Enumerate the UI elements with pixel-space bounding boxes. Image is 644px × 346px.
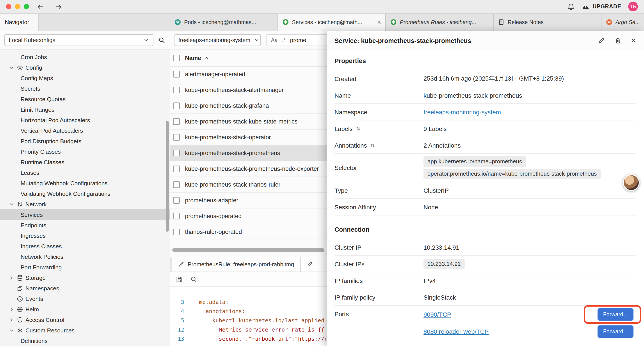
sidebar-item-ingress-classes[interactable]: Ingress Classes [0, 241, 170, 251]
tab-pods-icecheng-mathmas[interactable]: Pods - icecheng@mathmas... [170, 13, 278, 31]
sidebar-item-leases[interactable]: Leases [0, 167, 170, 178]
window-minimize-button[interactable] [15, 4, 20, 9]
drawer-row-labels: Labels9 Labels [334, 120, 636, 137]
chevron-right-icon[interactable] [9, 306, 14, 312]
drawer-row-ip-families: IP familiesIPv4 [334, 272, 636, 289]
sidebar-item-vertical-pod-autoscalers[interactable]: Vertical Pod Autoscalers [0, 125, 170, 136]
sidebar-item-validating-webhook-configurations[interactable]: Validating Webhook Configurations [0, 188, 170, 199]
sort-toggle-icon[interactable] [370, 143, 375, 148]
sort-toggle-icon[interactable] [356, 126, 361, 131]
database-icon [17, 274, 23, 281]
sidebar-scrollbar[interactable] [166, 121, 169, 232]
sidebar-item-namespaces[interactable]: Namespaces [0, 283, 170, 294]
drawer-row-cluster-ip: Cluster IP10.233.14.91 [334, 239, 636, 256]
row-checkbox[interactable] [173, 150, 180, 156]
tab-release-notes[interactable]: Release Notes [494, 13, 602, 31]
sidebar-item-ingresses[interactable]: Ingresses [0, 230, 170, 241]
avatar[interactable] [623, 174, 640, 191]
forward-button[interactable]: Forward... [597, 308, 634, 320]
editor-tab-prometheusrule[interactable]: PrometheusRule: freeleaps-prod-rabbitmq [172, 257, 301, 272]
editor-search-icon[interactable] [190, 276, 197, 283]
row-checkbox[interactable] [173, 181, 180, 188]
line-number: 4 [170, 308, 184, 314]
namespace-select[interactable]: freeleaps-monitoring-system [174, 34, 261, 46]
port-link[interactable]: 8080:reloader-web/TCP [424, 328, 488, 335]
match-case-icon[interactable]: Aa [271, 37, 278, 43]
tab-argo-se[interactable]: Argo Se... [602, 13, 644, 31]
chevron-right-icon[interactable] [9, 275, 14, 281]
regex-icon[interactable]: .* [282, 37, 286, 43]
drawer-row-label: Ports [334, 306, 424, 318]
sidebar-item-horizontal-pod-autoscalers[interactable]: Horizontal Pod Autoscalers [0, 115, 170, 125]
sidebar-item-priority-classes[interactable]: Priority Classes [0, 146, 170, 157]
upgrade-button[interactable]: UPGRADE [582, 3, 621, 10]
drawer-row-label: Created [334, 75, 424, 82]
drawer-row-label: Labels [334, 125, 424, 132]
sidebar-item-port-forwarding[interactable]: Port Forwarding [0, 262, 170, 272]
sidebar-item-pod-disruption-budgets[interactable]: Pod Disruption Budgets [0, 136, 170, 146]
row-checkbox[interactable] [173, 213, 180, 219]
sidebar-item-secrets[interactable]: Secrets [0, 83, 170, 94]
trash-icon[interactable] [615, 37, 622, 44]
sidebar-item-storage[interactable]: Storage [0, 272, 170, 283]
save-icon[interactable] [176, 276, 183, 283]
sidebar-item-limit-ranges[interactable]: Limit Ranges [0, 104, 170, 115]
back-arrow-icon[interactable] [37, 3, 44, 10]
tab-services-icecheng-math[interactable]: Services - icecheng@math... [278, 13, 386, 31]
sidebar-item-definitions[interactable]: Definitions [0, 336, 170, 346]
sidebar-item-access-control[interactable]: Access Control [0, 315, 170, 325]
sidebar-item-label: Config [26, 64, 42, 71]
sidebar-item-runtime-classes[interactable]: Runtime Classes [0, 157, 170, 167]
sidebar-item-network-policies[interactable]: Network Policies [0, 251, 170, 262]
sidebar-item-config-maps[interactable]: Config Maps [0, 73, 170, 83]
row-checkbox[interactable] [173, 87, 180, 93]
row-checkbox[interactable] [173, 197, 180, 204]
sidebar-item-custom-resources[interactable]: Custom Resources [0, 325, 170, 336]
pencil-icon [307, 262, 312, 267]
forward-arrow-icon[interactable] [55, 3, 62, 10]
sidebar-item-resource-quotas[interactable]: Resource Quotas [0, 94, 170, 104]
edit-icon[interactable] [598, 37, 605, 44]
sidebar-item-helm[interactable]: Helm [0, 304, 170, 315]
horizontal-scrollbar[interactable] [172, 248, 324, 252]
sidebar-item-services[interactable]: Services [0, 209, 170, 220]
cluster-tabs: Pods - icecheng@mathmas...Services - ice… [170, 13, 644, 31]
chevron-down-icon[interactable] [9, 201, 14, 207]
namespace-link[interactable]: freeleaps-monitoring-system [424, 108, 501, 115]
row-checkbox[interactable] [173, 71, 180, 77]
sidebar-item-config[interactable]: Config [0, 62, 170, 73]
drawer-row-ip-family-policy: IP family policySingleStack [334, 289, 636, 306]
kubeconfig-select[interactable]: Local Kubeconfigs [4, 34, 154, 46]
drawer-row-label: Cluster IP [334, 244, 424, 251]
sidebar-item-cron-jobs[interactable]: Cron Jobs [0, 52, 170, 62]
row-checkbox[interactable] [173, 118, 180, 125]
chevron-down-icon[interactable] [9, 65, 14, 70]
sidebar-search-icon[interactable] [158, 36, 165, 43]
port-link[interactable]: 9090/TCP [424, 311, 451, 318]
notification-count-badge[interactable]: 15 [628, 2, 638, 11]
chevron-right-icon[interactable] [9, 317, 14, 323]
drawer-row-ports: Ports9090/TCPForward...8080:reloader-web… [334, 306, 636, 340]
sidebar-item-mutating-webhook-configurations[interactable]: Mutating Webhook Configurations [0, 178, 170, 188]
drawer-row-value: 2 Annotations [424, 142, 636, 149]
window-zoom-button[interactable] [24, 4, 29, 9]
sidebar-item-endpoints[interactable]: Endpoints [0, 220, 170, 230]
notifications-bell-icon[interactable] [567, 3, 574, 10]
name-column-header[interactable]: Name [185, 54, 209, 61]
forward-button[interactable]: Forward... [597, 325, 634, 338]
close-icon[interactable] [631, 36, 636, 45]
tab-close-icon[interactable] [377, 19, 381, 25]
sidebar-item-events[interactable]: Events [0, 294, 170, 304]
chevron-down-icon[interactable] [9, 327, 14, 333]
row-checkbox[interactable] [173, 166, 180, 172]
drawer-row-value: 10.233.14.91 [424, 257, 636, 271]
row-checkbox[interactable] [173, 102, 180, 109]
sidebar-item-network[interactable]: Network [0, 199, 170, 209]
row-checkbox[interactable] [173, 134, 180, 141]
tab-prometheus-rules-icecheng[interactable]: Prometheus Rules - icecheng... [386, 13, 494, 31]
row-checkbox[interactable] [173, 229, 180, 235]
window-close-button[interactable] [6, 4, 12, 9]
select-all-checkbox[interactable] [173, 54, 180, 61]
sidebar-item-label: Mutating Webhook Configurations [20, 180, 108, 186]
tab-label: Release Notes [508, 19, 597, 25]
